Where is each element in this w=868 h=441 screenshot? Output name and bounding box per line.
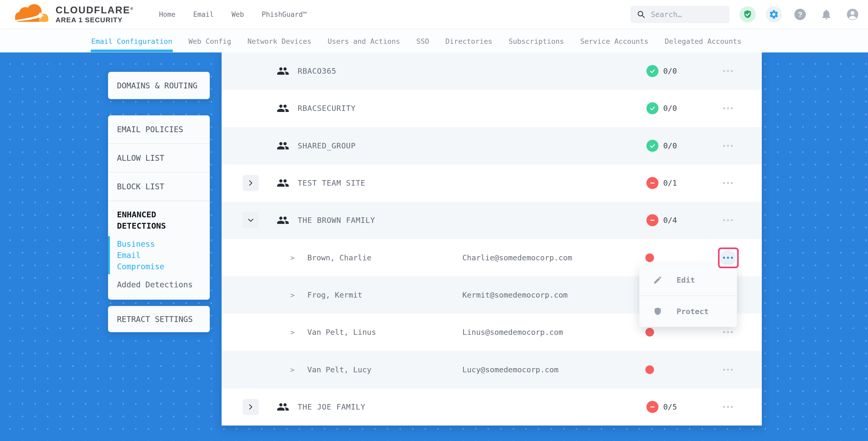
group-people-icon [277, 177, 289, 189]
status-ok-badge [646, 102, 658, 114]
logo-subtitle: AREA 1 SECURITY [56, 17, 134, 24]
nav-link-phishguard[interactable]: PhishGuard™ [262, 10, 307, 18]
status-blocked-badge [646, 177, 658, 189]
member-email: Charlie@somedemocorp.com [462, 253, 572, 262]
cloudflare-logo[interactable]: CLOUDFLARE® AREA 1 SECURITY [12, 3, 134, 26]
group-name: TEST TEAM SITE [298, 179, 365, 187]
people-icon [277, 214, 289, 226]
dot [731, 257, 733, 259]
dot [723, 107, 725, 109]
protection-count: 0/1 [663, 179, 677, 187]
member-name: Van Pelt, Linus [307, 328, 376, 337]
table-row-group[interactable]: SHARED_GROUP0/0 [222, 127, 762, 164]
context-menu-label: Edit [677, 276, 695, 284]
group-name: THE BROWN FAMILY [298, 216, 375, 225]
tab-web-config[interactable]: Web Config [189, 37, 231, 45]
group-name: THE JOE FAMILY [298, 403, 365, 411]
row-actions-menu-button[interactable] [720, 100, 736, 116]
table-row-group[interactable]: RBACSECURITY0/0 [222, 90, 762, 127]
table-row-group[interactable]: RBACO3650/0 [222, 53, 762, 90]
page-background: DOMAINS & ROUTING EMAIL POLICIESALLOW LI… [0, 53, 868, 441]
nav-link-email[interactable]: Email [193, 10, 214, 18]
tab-directories[interactable]: Directories [445, 37, 492, 45]
context-menu-item-edit[interactable]: Edit [639, 264, 737, 295]
row-actions-menu-button[interactable] [720, 399, 736, 415]
shield-check-icon[interactable] [740, 6, 756, 23]
dot [723, 257, 725, 259]
group-name: RBACO365 [298, 67, 336, 75]
tab-subscriptions[interactable]: Subscriptions [508, 37, 564, 45]
search-bar[interactable] [630, 6, 730, 23]
help-icon[interactable]: ? [792, 6, 808, 23]
row-actions-menu-button[interactable] [720, 138, 736, 154]
group-people-icon [277, 102, 289, 115]
table-row-group[interactable]: THE JOE FAMILY0/5 [222, 388, 762, 426]
main-nav: HomeEmailWebPhishGuard™ [159, 10, 307, 18]
sidebar-item-email-policies[interactable]: EMAIL POLICIES [108, 115, 210, 144]
table-row-group[interactable]: TEST TEAM SITE0/1 [222, 164, 762, 201]
dot [723, 145, 725, 147]
row-actions-menu-button[interactable] [720, 63, 736, 79]
nav-link-web[interactable]: Web [231, 10, 244, 18]
enhanced-detections-title[interactable]: ENHANCED DETECTIONS [117, 209, 188, 231]
nav-link-home[interactable]: Home [159, 10, 176, 18]
protection-count: 0/4 [663, 216, 677, 225]
table-row-member[interactable]: >Van Pelt, LucyLucy@somedemocorp.com [222, 351, 762, 388]
dot [731, 219, 733, 221]
chevron-right-icon: > [290, 254, 294, 262]
group-name: RBACSECURITY [298, 104, 356, 113]
sidebar-item-allow-list[interactable]: ALLOW LIST [108, 144, 210, 172]
check-icon [649, 67, 656, 75]
account-avatar-icon[interactable] [844, 6, 861, 23]
sidebar-policies-card: EMAIL POLICIESALLOW LISTBLOCK LIST ENHAN… [108, 115, 210, 300]
row-actions-menu-button[interactable] [720, 212, 736, 228]
groups-table: RBACO3650/0RBACSECURITY0/0SHARED_GROUP0/… [222, 53, 762, 426]
app-header: CLOUDFLARE® AREA 1 SECURITY HomeEmailWeb… [0, 0, 868, 29]
table-row-group[interactable]: THE BROWN FAMILY0/4 [222, 201, 762, 239]
tab-users-and-actions[interactable]: Users and Actions [328, 37, 400, 45]
tab-service-accounts[interactable]: Service Accounts [580, 37, 649, 45]
search-icon [637, 10, 646, 19]
sidebar-item-business-email-compromise[interactable]: Business Email Compromise [117, 238, 183, 272]
check-icon [649, 104, 656, 112]
expand-button[interactable] [243, 175, 259, 191]
dot [731, 145, 733, 147]
context-menu-item-protect[interactable]: Protect [639, 296, 737, 327]
dot [723, 219, 725, 221]
tab-delegated-accounts[interactable]: Delegated Accounts [665, 37, 742, 45]
row-actions-menu-button[interactable] [720, 175, 736, 191]
section-tabbar: Email ConfigurationWeb ConfigNetwork Dev… [0, 30, 868, 53]
group-people-icon [277, 65, 289, 77]
sidebar-item-added-detections[interactable]: Added Detections [117, 279, 201, 290]
status-blocked-badge [646, 214, 658, 226]
tab-sso[interactable]: SSO [416, 37, 429, 45]
dot [727, 70, 729, 72]
row-actions-menu-button[interactable] [720, 362, 736, 378]
settings-gear-icon[interactable] [766, 6, 782, 23]
row-actions-menu-button[interactable] [720, 250, 736, 265]
member-email: Linus@somedemocorp.com [462, 328, 563, 337]
notifications-bell-icon[interactable] [818, 6, 834, 23]
search-input[interactable] [651, 10, 719, 19]
chevron-right-icon: > [290, 291, 294, 299]
pencil-icon [653, 275, 662, 285]
dot [723, 70, 725, 72]
people-icon [277, 177, 289, 189]
dot [731, 406, 733, 408]
dot [727, 257, 729, 259]
tab-network-devices[interactable]: Network Devices [247, 37, 311, 45]
collapse-button[interactable] [243, 212, 259, 228]
member-name: Van Pelt, Lucy [307, 365, 371, 374]
tab-email-configuration[interactable]: Email Configuration [91, 37, 172, 45]
status-dot [645, 365, 654, 374]
expand-button[interactable] [243, 399, 259, 415]
sidebar-item-block-list[interactable]: BLOCK LIST [108, 172, 210, 200]
svg-text:?: ? [798, 10, 802, 19]
dot [727, 145, 729, 147]
sidebar-item-domains-routing[interactable]: DOMAINS & ROUTING [108, 72, 210, 99]
status-dot [645, 328, 654, 337]
group-people-icon [277, 401, 289, 413]
member-email: Kermit@somedemocorp.com [462, 290, 568, 300]
chevron-right-icon [246, 403, 255, 411]
sidebar-item-retract-settings[interactable]: RETRACT SETTINGS [108, 306, 210, 332]
